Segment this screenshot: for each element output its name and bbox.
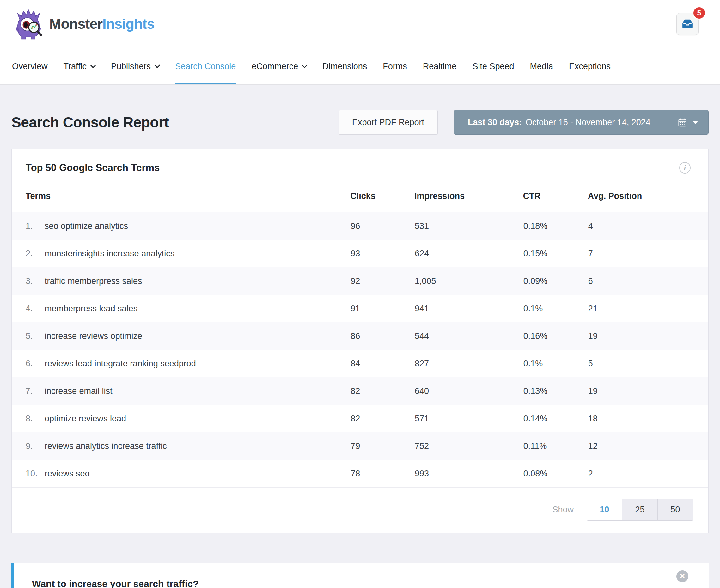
row-term: monsterinsights increase analytics [45,249,174,258]
brand-name-primary: Monster [49,16,102,32]
row-rank: 2. [26,249,45,258]
row-term: reviews seo [45,469,90,478]
row-term: increase reviews optimize [45,331,142,341]
nav-item-publishers[interactable]: Publishers [111,48,159,84]
row-term: reviews analytics increase traffic [45,441,167,451]
row-term: traffic memberpress sales [45,276,142,286]
nav-item-realtime[interactable]: Realtime [423,48,457,84]
row-avg-position: 21 [588,295,708,322]
calendar-icon [677,117,687,127]
col-header-impressions: Impressions [415,183,523,212]
nav-item-label: Site Speed [472,62,514,71]
page-size-group: 102550 [587,499,693,521]
table-row: 5.increase reviews optimize865440.16%19 [12,322,708,350]
banner-title: Want to increase your search traffic? [32,579,664,588]
nav-item-media[interactable]: Media [530,48,553,84]
row-term: reviews lead integrate ranking seedprod [45,359,196,368]
row-avg-position: 18 [588,405,708,433]
search-terms-tbody: 1.seo optimize analytics965310.18%42.mon… [12,212,708,487]
row-avg-position: 19 [588,322,708,350]
row-term: optimize reviews lead [45,414,126,423]
primary-nav: OverviewTrafficPublishersSearch Consolee… [0,48,720,85]
table-row: 8.optimize reviews lead825710.14%18 [12,405,708,433]
row-rank: 5. [26,331,45,341]
col-header-avg-position: Avg. Position [588,183,708,212]
table-row: 2.monsterinsights increase analytics9362… [12,240,708,268]
notifications-button[interactable]: 5 [676,13,699,35]
row-avg-position: 4 [588,212,708,240]
row-impressions: 941 [415,295,523,322]
nav-item-label: Traffic [64,62,87,71]
row-rank: 9. [26,441,45,451]
nav-item-search-console[interactable]: Search Console [175,48,236,84]
row-ctr: 0.1% [523,350,588,377]
nav-item-label: Overview [12,62,48,71]
table-row: 4.memberpress lead sales919410.1%21 [12,295,708,322]
nav-item-overview[interactable]: Overview [12,48,48,84]
row-term: memberpress lead sales [45,304,137,313]
brand: MonsterInsights [13,7,154,40]
row-avg-position: 7 [588,240,708,268]
nav-item-forms[interactable]: Forms [383,48,407,84]
close-icon[interactable]: ✕ [676,570,689,582]
table-row: 3.traffic memberpress sales921,0050.09%6 [12,268,708,295]
nav-item-label: eCommerce [252,62,298,71]
content: Search Console Report Export PDF Report … [0,110,720,533]
nav-item-dimensions[interactable]: Dimensions [322,48,367,84]
export-pdf-button[interactable]: Export PDF Report [339,110,438,135]
page-size-50[interactable]: 50 [657,499,693,521]
row-ctr: 0.16% [523,322,588,350]
table-row: 9.reviews analytics increase traffic7975… [12,433,708,460]
row-clicks: 91 [350,295,415,322]
nav-item-exceptions[interactable]: Exceptions [569,48,611,84]
date-range-button[interactable]: Last 30 days: October 16 - November 14, … [453,110,708,135]
row-ctr: 0.1% [523,295,588,322]
row-ctr: 0.18% [523,212,588,240]
row-clicks: 78 [350,460,415,487]
nav-item-site-speed[interactable]: Site Speed [472,48,514,84]
row-rank: 8. [26,414,45,424]
monster-mascot-logo-icon [13,7,44,40]
nav-item-label: Realtime [423,62,457,71]
row-clicks: 79 [350,433,415,460]
row-ctr: 0.09% [523,268,588,295]
table-row: 10.reviews seo789930.08%2 [12,460,708,487]
info-icon[interactable]: i [679,162,691,173]
caret-down-icon [693,121,698,124]
toolbar: Search Console Report Export PDF Report … [12,110,708,135]
row-term: increase email list [45,386,112,396]
row-clicks: 82 [350,377,415,405]
promo-banner: Want to increase your search traffic? ✕ [12,563,708,588]
nav-item-label: Forms [383,62,407,71]
search-terms-table: Terms Clicks Impressions CTR Avg. Positi… [12,183,708,487]
row-rank: 10. [26,469,45,479]
page-title: Search Console Report [12,114,339,131]
search-terms-card: Top 50 Google Search Terms i Terms Click… [12,149,708,533]
page-size-25[interactable]: 25 [622,499,658,521]
row-impressions: 993 [415,460,523,487]
row-avg-position: 2 [588,460,708,487]
row-ctr: 0.15% [523,240,588,268]
date-range-value: October 16 - November 14, 2024 [526,118,671,127]
row-clicks: 93 [350,240,415,268]
date-range-label: Last 30 days: [468,118,522,127]
table-header-row: Terms Clicks Impressions CTR Avg. Positi… [12,183,708,212]
inbox-icon [681,18,694,30]
nav-item-ecommerce[interactable]: eCommerce [252,48,306,84]
table-row: 7.increase email list826400.13%19 [12,377,708,405]
show-label: Show [552,505,574,514]
col-header-clicks: Clicks [350,183,415,212]
row-impressions: 640 [415,377,523,405]
page-size-10[interactable]: 10 [587,499,622,521]
row-rank: 4. [26,304,45,314]
row-ctr: 0.13% [523,377,588,405]
row-avg-position: 6 [588,268,708,295]
row-avg-position: 5 [588,350,708,377]
notification-count-badge: 5 [693,6,706,20]
row-avg-position: 12 [588,433,708,460]
nav-item-traffic[interactable]: Traffic [64,48,96,84]
row-rank: 1. [26,221,45,231]
row-impressions: 624 [415,240,523,268]
row-rank: 3. [26,276,45,286]
row-impressions: 752 [415,433,523,460]
